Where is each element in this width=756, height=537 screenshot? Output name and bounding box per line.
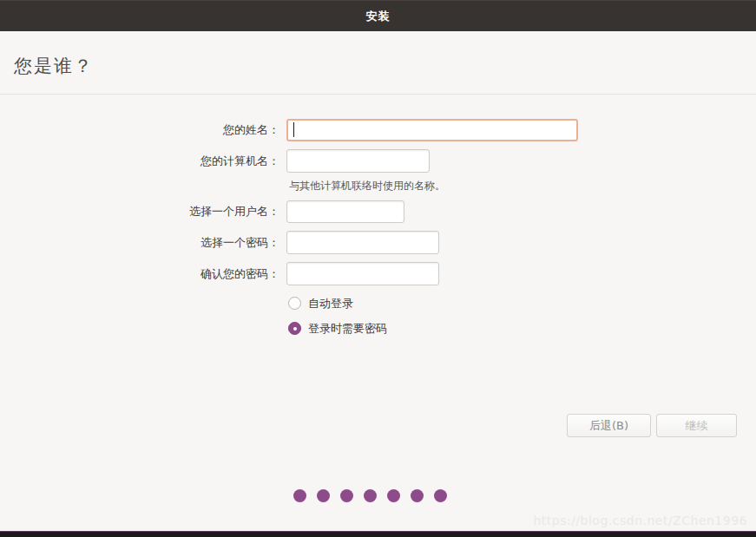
password-input[interactable]	[286, 231, 439, 254]
bottom-window-edge	[0, 532, 756, 537]
password-label: 选择一个密码：	[0, 231, 279, 254]
fullname-input[interactable]	[286, 119, 578, 141]
confirm-password-input[interactable]	[286, 262, 439, 285]
hostname-input[interactable]	[286, 149, 430, 173]
username-label: 选择一个用户名：	[0, 200, 279, 223]
progress-dot	[293, 489, 306, 502]
window-title: 安装	[366, 9, 391, 24]
require-password-label[interactable]: 登录时需要密码	[308, 322, 387, 335]
progress-dot	[317, 489, 330, 502]
page-title: 您是谁？	[14, 54, 94, 78]
header-divider	[0, 94, 756, 95]
hostname-hint: 与其他计算机联络时使用的名称。	[289, 179, 445, 193]
progress-dot	[434, 489, 447, 502]
require-password-radio[interactable]	[288, 322, 301, 335]
hostname-label: 您的计算机名：	[0, 149, 279, 173]
progress-dot	[340, 489, 353, 502]
continue-button[interactable]: 继续	[656, 414, 737, 437]
username-input[interactable]	[286, 200, 404, 223]
window-titlebar: 安装	[0, 0, 756, 31]
progress-dot	[364, 489, 377, 502]
back-button[interactable]: 后退(B)	[567, 414, 651, 437]
text-cursor	[293, 122, 294, 137]
progress-dot	[387, 489, 400, 502]
installer-window: 安装 您是谁？ 您的姓名： 您的计算机名： 与其他计算机联络时使用的名称。 选择…	[0, 0, 756, 537]
fullname-label: 您的姓名：	[0, 119, 279, 141]
progress-dot	[411, 489, 424, 502]
auto-login-label[interactable]: 自动登录	[308, 297, 353, 310]
watermark-text: https://blog.csdn.net/ZChen1996	[533, 514, 747, 527]
step-progress-dots	[293, 489, 447, 502]
confirm-password-label: 确认您的密码：	[0, 262, 279, 285]
auto-login-radio[interactable]	[288, 297, 301, 310]
